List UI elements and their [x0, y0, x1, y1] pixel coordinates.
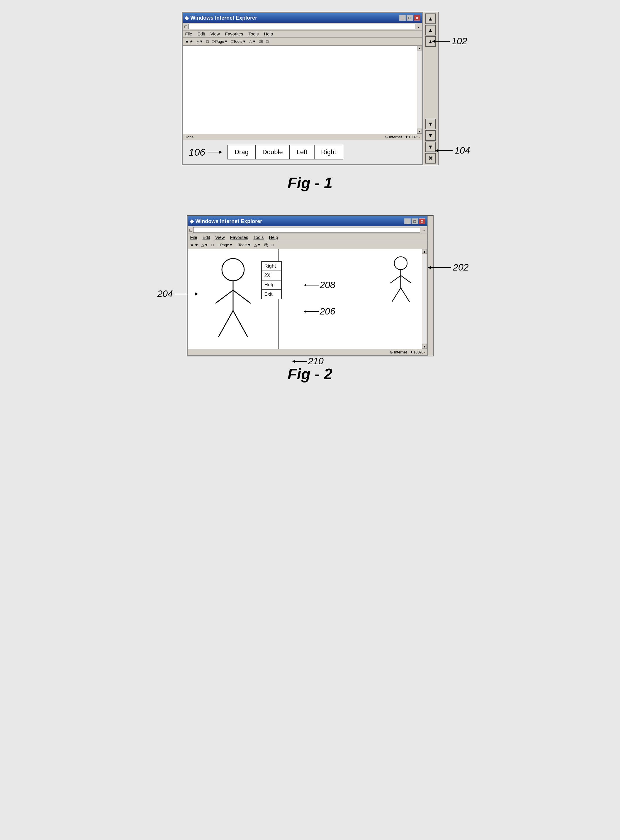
fig2-menu-edit[interactable]: Edit: [203, 235, 210, 240]
menu-edit[interactable]: Edit: [197, 32, 205, 36]
address-icon: □: [185, 24, 187, 29]
fig2-maximize-button[interactable]: □: [412, 218, 418, 224]
status-zoom: ★100% ·: [405, 135, 420, 139]
arrow-210: [292, 358, 307, 364]
context-menu-exit[interactable]: Exit: [262, 290, 281, 299]
fig2-scroll-up-arrow[interactable]: ▲: [422, 249, 427, 254]
fig2-toolbar: ★ ★ △▼ □ □⋅Page▼ □Tools▼ △▼ 哉 □: [188, 241, 427, 249]
ref-104-label: 104: [454, 145, 470, 156]
scroll-up-1[interactable]: ▲: [425, 14, 436, 24]
fig2-right-area: [279, 249, 427, 349]
fig2-scroll-down-arrow[interactable]: ▼: [422, 344, 427, 349]
fig2-ie-icon: ◆: [190, 218, 194, 224]
fig2-title: Windows Internet Explorer: [196, 218, 262, 224]
double-button[interactable]: Double: [256, 145, 290, 159]
content-scrollbar[interactable]: ▲ ▼: [417, 46, 422, 134]
menu-file[interactable]: File: [185, 32, 192, 36]
fig1-ie-window: ◆ Windows Internet Explorer _ □ X □ ⌄: [182, 12, 423, 165]
maximize-button[interactable]: □: [406, 15, 413, 21]
ref-210-label: 210: [308, 356, 324, 367]
fig1-outer-panel: ◆ Windows Internet Explorer _ □ X □ ⌄: [182, 12, 439, 165]
menu-favorites[interactable]: Favorites: [225, 32, 243, 36]
fig2-menu-favorites[interactable]: Favorites: [230, 235, 248, 240]
arrow-208: [304, 282, 319, 288]
ref-106-label: 106: [189, 147, 206, 158]
arrow-202: [428, 264, 451, 270]
scroll-down-2[interactable]: ▼: [425, 130, 436, 141]
fig1-scroll-sidebar: ▲ ▲ ▲ ▼ ▼ ▼ ✕: [423, 12, 438, 165]
fig1-statusbar: Done ⊕ Internet ★100% ·: [183, 134, 422, 140]
fig2-stick-figure-large: [204, 257, 262, 341]
arrow-204: [175, 291, 198, 297]
fig2-menu-view[interactable]: View: [215, 235, 225, 240]
fig2-address-input[interactable]: [193, 227, 420, 233]
scroll-down-3[interactable]: ▼: [425, 141, 436, 152]
figure-1: ◆ Windows Internet Explorer _ □ X □ ⌄: [182, 12, 439, 192]
ref-206-label: 206: [320, 306, 336, 317]
minimize-button[interactable]: _: [399, 15, 406, 21]
ref-104-group: 104: [435, 145, 470, 156]
ref-210-group: 210: [292, 356, 324, 367]
ref-204-label: 204: [157, 289, 173, 299]
context-menu-2x[interactable]: 2X: [262, 271, 281, 280]
address-input[interactable]: [188, 24, 415, 29]
svg-point-6: [222, 258, 244, 281]
fig2-menu-file[interactable]: File: [190, 235, 197, 240]
fig2-statusbar: ⊕ Internet ★100% ·: [188, 349, 427, 355]
fig2-ie-window-controls: _ □ X: [404, 218, 425, 224]
fig1-buttons-area: 106 Drag Double Left Right: [183, 140, 422, 164]
arrow-106: [208, 149, 222, 155]
svg-line-17: [401, 288, 409, 302]
toolbar-icons: ★ ★ △▼ □ □⋅Page▼ □Tools▼ △▼ 哉 □: [185, 39, 268, 44]
fig1-toolbar: ★ ★ △▼ □ □⋅Page▼ □Tools▼ △▼ 哉 □: [183, 38, 422, 46]
ref-202-label: 202: [453, 262, 468, 273]
svg-marker-1: [219, 151, 222, 153]
svg-line-9: [233, 290, 251, 304]
svg-line-15: [401, 275, 411, 283]
svg-line-11: [233, 311, 248, 337]
svg-marker-5: [435, 149, 438, 152]
close-x-button[interactable]: ✕: [425, 153, 436, 164]
ref-102-group: 102: [432, 36, 467, 47]
right-button[interactable]: Right: [314, 145, 343, 159]
fig1-ie-content: ◆ Windows Internet Explorer _ □ X □ ⌄: [182, 12, 423, 165]
fig2-sidebar-thin: [428, 216, 433, 356]
svg-line-14: [390, 275, 401, 283]
svg-line-10: [218, 311, 233, 337]
menu-view[interactable]: View: [211, 32, 220, 36]
fig2-titlebar: ◆ Windows Internet Explorer _ □ X: [188, 216, 427, 226]
label-106-group: 106: [189, 147, 223, 158]
status-done: Done: [185, 135, 194, 139]
fig1-content-area: ▲ ▼: [183, 46, 422, 134]
scroll-up-arrow[interactable]: ▲: [417, 46, 422, 50]
go-dropdown[interactable]: ⌄: [417, 24, 420, 29]
action-buttons: Drag Double Left Right: [227, 145, 343, 159]
fig2-menu-tools[interactable]: Tools: [253, 235, 263, 240]
figure-2: ◆ Windows Internet Explorer _ □ X □ ⌄: [187, 215, 433, 383]
left-button[interactable]: Left: [290, 145, 315, 159]
fig1-addressbar: □ ⌄: [183, 23, 422, 30]
scroll-up-2[interactable]: ▲: [425, 25, 436, 36]
fig2-content-area: Right 2X Help Exit: [188, 249, 427, 349]
scroll-down-1[interactable]: ▼: [425, 119, 436, 129]
scroll-track: [417, 51, 421, 128]
fig1-title: Windows Internet Explorer: [191, 15, 257, 21]
context-menu-right[interactable]: Right: [262, 261, 281, 271]
menu-help[interactable]: Help: [264, 32, 273, 36]
fig2-content-scrollbar[interactable]: ▲ ▼: [422, 249, 427, 349]
fig2-menubar: File Edit View Favorites Tools Help: [188, 234, 427, 241]
close-button[interactable]: X: [414, 15, 420, 21]
fig2-scroll-track: [423, 254, 426, 344]
drag-button[interactable]: Drag: [227, 145, 256, 159]
fig2-go-dropdown[interactable]: ⌄: [422, 228, 425, 232]
fig2-address-icon: □: [190, 228, 192, 233]
fig2-label: Fig - 2: [187, 365, 433, 383]
svg-marker-27: [292, 360, 295, 363]
menu-tools[interactable]: Tools: [248, 32, 259, 36]
fig2-close-button[interactable]: X: [419, 218, 425, 224]
fig2-menu-help[interactable]: Help: [269, 235, 278, 240]
ref-206-group: 206: [304, 306, 336, 317]
context-menu-help[interactable]: Help: [262, 280, 281, 290]
scroll-down-arrow[interactable]: ▼: [417, 129, 422, 134]
fig2-minimize-button[interactable]: _: [404, 218, 411, 224]
